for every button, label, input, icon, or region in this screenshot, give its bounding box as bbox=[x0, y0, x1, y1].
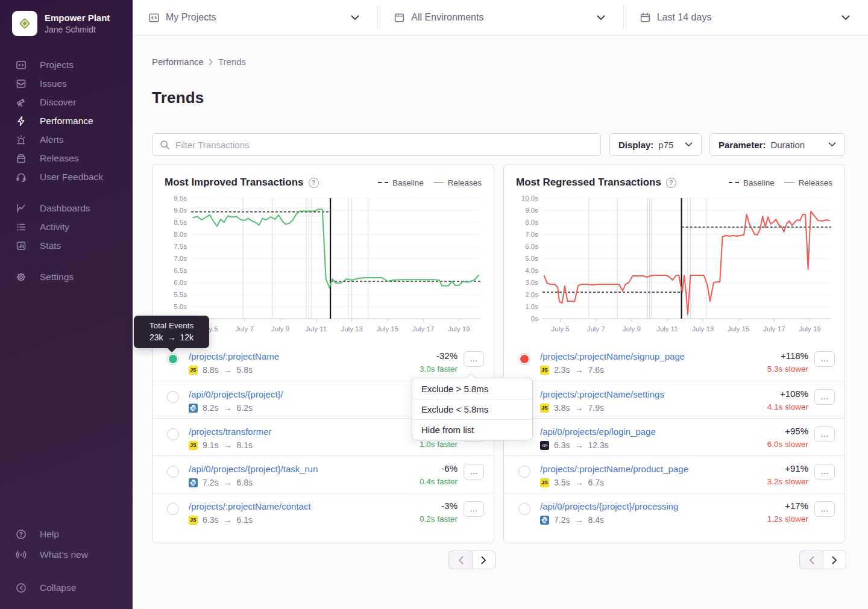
transaction-radio[interactable] bbox=[167, 466, 179, 478]
transaction-link[interactable]: /projects/:projectName/product_page bbox=[540, 464, 688, 474]
svg-text:8.0s: 8.0s bbox=[174, 231, 187, 238]
menu-item-exclude-above[interactable]: Exclude > 5.8ms bbox=[412, 378, 532, 399]
parameter-dropdown[interactable]: Parameter: Duration bbox=[709, 133, 845, 156]
svg-text:July 13: July 13 bbox=[341, 325, 362, 333]
duration-before: 9.1s bbox=[203, 440, 218, 450]
transaction-radio[interactable] bbox=[167, 428, 179, 440]
sidebar-item-discover[interactable]: Discover bbox=[0, 93, 133, 111]
svg-text:July 13: July 13 bbox=[692, 325, 714, 333]
transaction-radio[interactable] bbox=[167, 503, 179, 515]
alerts-icon bbox=[16, 134, 27, 145]
sidebar-item-issues[interactable]: Issues bbox=[0, 74, 133, 93]
help-circle-icon[interactable]: ? bbox=[309, 178, 319, 188]
duration-after: 6.8s bbox=[236, 478, 252, 487]
transaction-link[interactable]: /projects/:projectName/contact bbox=[189, 501, 311, 511]
discover-icon bbox=[16, 97, 27, 108]
more-actions-button[interactable]: … bbox=[464, 351, 484, 367]
more-actions-button[interactable]: … bbox=[814, 501, 835, 517]
user-feedback-icon bbox=[16, 172, 27, 183]
environment-selector[interactable]: All Environments bbox=[378, 0, 623, 35]
transaction-radio[interactable] bbox=[167, 391, 179, 403]
more-actions-button[interactable]: … bbox=[814, 389, 835, 405]
transaction-link[interactable]: /projects/:projectName bbox=[189, 351, 279, 361]
sidebar-item-settings[interactable]: Settings bbox=[0, 267, 133, 286]
more-actions-button[interactable]: … bbox=[814, 426, 835, 442]
date-range-label: Last 14 days bbox=[657, 12, 835, 23]
chevron-down-icon bbox=[597, 15, 605, 20]
next-page-button[interactable] bbox=[823, 551, 846, 569]
menu-item-hide-from-list[interactable]: Hide from list bbox=[412, 419, 532, 440]
transaction-radio[interactable] bbox=[518, 503, 530, 515]
duration-before: 3.5s bbox=[554, 478, 570, 487]
previous-page-button[interactable] bbox=[799, 551, 823, 569]
duration-before: 2.3s bbox=[554, 365, 570, 375]
more-actions-button[interactable]: … bbox=[814, 351, 835, 367]
sidebar-item-collapse[interactable]: Collapse bbox=[0, 578, 133, 598]
menu-item-exclude-below[interactable]: Exclude < 5.8ms bbox=[412, 399, 532, 419]
change-percent: +95% bbox=[767, 426, 808, 436]
sidebar-item-label: Help bbox=[40, 529, 59, 540]
sidebar-item-activity[interactable]: Activity bbox=[0, 217, 133, 236]
sidebar-item-whats-new[interactable]: What’s new bbox=[0, 545, 133, 565]
date-range-selector[interactable]: Last 14 days bbox=[624, 0, 868, 35]
previous-page-button[interactable] bbox=[448, 551, 472, 569]
transaction-link[interactable]: /api/0/projects/{project}/task_run bbox=[189, 464, 318, 474]
more-actions-button[interactable]: … bbox=[814, 464, 835, 479]
improved-panel-header: Most Improved Transactions ? Baseline Re… bbox=[153, 164, 494, 189]
transaction-link[interactable]: /api/0/projects/{project}/ bbox=[189, 389, 283, 399]
svg-text:July 19: July 19 bbox=[799, 325, 820, 333]
table-row: /projects/:projectName/contact JS6.3s→6.… bbox=[153, 493, 494, 530]
change-delta: 1.0s faster bbox=[420, 440, 458, 449]
arrow-icon: → bbox=[223, 365, 231, 375]
more-actions-button[interactable]: … bbox=[464, 464, 484, 479]
change-percent: -3% bbox=[420, 501, 458, 511]
sidebar-item-stats[interactable]: Stats bbox=[0, 236, 133, 255]
more-actions-button[interactable]: … bbox=[464, 501, 484, 517]
sidebar-item-dashboards[interactable]: Dashboards bbox=[0, 199, 133, 217]
sidebar-item-releases[interactable]: Releases bbox=[0, 149, 133, 167]
transaction-link[interactable]: /projects/:projectName/settings bbox=[540, 389, 664, 399]
search-input[interactable] bbox=[175, 140, 593, 150]
transaction-search[interactable] bbox=[152, 133, 601, 156]
sidebar-item-help[interactable]: Help bbox=[0, 524, 133, 545]
change-percent: +108% bbox=[767, 389, 808, 399]
transaction-link[interactable]: /api/0/projects/{project}/processing bbox=[540, 501, 678, 511]
table-row: /projects/:projectName/settings JS3.8s→7… bbox=[504, 381, 844, 418]
svg-text:7.0s: 7.0s bbox=[525, 231, 538, 238]
svg-text:9.5s: 9.5s bbox=[174, 195, 187, 202]
platform-icon: JS bbox=[189, 516, 198, 525]
chevron-down-icon bbox=[351, 15, 359, 20]
change-percent: -32% bbox=[420, 351, 458, 361]
releases-legend-icon bbox=[784, 182, 794, 183]
tooltip-to-value: 12k bbox=[180, 333, 194, 342]
org-switcher[interactable]: Empower Plant Jane Schmidt bbox=[0, 0, 133, 42]
table-row: /api/0/projects/{project}/processing 7.2… bbox=[504, 493, 844, 530]
help-circle-icon[interactable]: ? bbox=[666, 178, 676, 188]
arrow-icon: → bbox=[574, 440, 583, 450]
sidebar-item-alerts[interactable]: Alerts bbox=[0, 130, 133, 149]
regressed-pagination bbox=[799, 551, 846, 569]
sidebar-item-performance[interactable]: Performance bbox=[0, 111, 133, 130]
transaction-radio[interactable] bbox=[518, 353, 530, 365]
transaction-link[interactable]: /projects/:projectName/signup_page bbox=[540, 351, 685, 361]
next-page-button[interactable] bbox=[472, 551, 495, 569]
parameter-label: Parameter: bbox=[719, 140, 766, 150]
transaction-link[interactable]: /api/0/projects/ep/login_page bbox=[540, 426, 656, 437]
baseline-legend-icon bbox=[378, 182, 388, 183]
svg-text:July 7: July 7 bbox=[236, 325, 254, 333]
duration-after: 8.4s bbox=[588, 515, 603, 525]
breadcrumb-performance[interactable]: Performance bbox=[152, 57, 204, 67]
transaction-radio[interactable] bbox=[167, 353, 179, 365]
sidebar-item-user-feedback[interactable]: User Feedback bbox=[0, 167, 133, 186]
transaction-radio[interactable] bbox=[518, 466, 530, 478]
svg-text:10.0s: 10.0s bbox=[521, 195, 538, 202]
platform-icon: JS bbox=[189, 366, 198, 375]
sidebar-item-label: Alerts bbox=[40, 134, 64, 145]
transaction-link[interactable]: /projects/transformer bbox=[189, 426, 272, 437]
project-selector-label: My Projects bbox=[166, 12, 345, 23]
sidebar-item-projects[interactable]: Projects bbox=[0, 55, 133, 74]
tooltip-title: Total Events bbox=[140, 321, 203, 330]
project-selector[interactable]: My Projects bbox=[133, 0, 377, 35]
display-dropdown[interactable]: Display: p75 bbox=[609, 133, 702, 156]
table-row: /projects/:projectName/signup_page JS2.3… bbox=[504, 343, 844, 381]
